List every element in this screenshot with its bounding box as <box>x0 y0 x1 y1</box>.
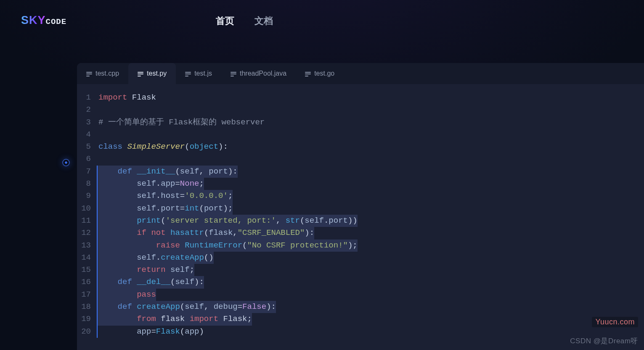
line-content: def __init__(self, port): <box>97 166 238 178</box>
line-content: if not hasattr(flask,"CSRF_ENABLED"): <box>97 227 314 239</box>
app-header: SKYCODE 首页文档 <box>0 0 644 42</box>
code-line-6[interactable]: 6 <box>77 153 644 165</box>
logo-text-code: CODE <box>46 10 67 26</box>
line-number: 9 <box>77 190 97 202</box>
line-content-wrapper: if not hasattr(flask,"CSRF_ENABLED"): <box>97 227 644 239</box>
code-line-17[interactable]: 17 pass <box>77 289 644 301</box>
file-tabs: test.cpptest.pytest.jsthreadPool.javates… <box>77 63 644 84</box>
code-line-7[interactable]: 7 def __init__(self, port): <box>77 166 644 178</box>
file-icon <box>305 71 311 76</box>
line-content: def __del__(self): <box>97 276 204 288</box>
file-tab-threadPool-java[interactable]: threadPool.java <box>221 63 296 84</box>
line-content-wrapper: def __del__(self): <box>97 276 644 288</box>
logo: SKYCODE <box>21 14 66 28</box>
line-content-wrapper: self.port=int(port); <box>97 203 644 215</box>
line-number: 10 <box>77 203 97 215</box>
line-content-wrapper <box>97 129 644 141</box>
code-line-2[interactable]: 2 <box>77 104 644 116</box>
nav-item-1[interactable]: 文档 <box>254 15 273 27</box>
line-content: self.port=int(port); <box>97 203 233 215</box>
line-content-wrapper: import Flask <box>97 92 644 104</box>
line-number: 12 <box>77 227 97 239</box>
file-icon <box>138 71 143 76</box>
line-content: self.app=None; <box>97 178 204 190</box>
line-content <box>97 153 103 165</box>
line-content-wrapper: self.host='0.0.0.0'; <box>97 190 644 202</box>
code-line-10[interactable]: 10 self.port=int(port); <box>77 203 644 215</box>
line-content: return self; <box>97 264 194 276</box>
code-line-18[interactable]: 18 def createApp(self, debug=False): <box>77 301 644 313</box>
file-tab-label: threadPool.java <box>240 70 286 77</box>
code-area[interactable]: 1import Flask2 3# 一个简单的基于 Flask框架的 webse… <box>77 84 644 338</box>
code-line-14[interactable]: 14 self.createApp() <box>77 252 644 264</box>
line-content: def createApp(self, debug=False): <box>97 301 276 313</box>
watermark-author: CSDN @是Dream呀 <box>570 336 638 346</box>
decorative-orb <box>62 159 70 166</box>
line-content-wrapper: raise RuntimeError("No CSRF protection!"… <box>97 239 644 252</box>
line-number: 17 <box>77 289 97 301</box>
code-line-3[interactable]: 3# 一个简单的基于 Flask框架的 webserver <box>77 116 644 129</box>
line-number: 18 <box>77 301 97 313</box>
code-line-20[interactable]: 20 app=Flask(app) <box>77 326 644 338</box>
line-number: 13 <box>77 239 97 252</box>
file-icon <box>231 71 236 76</box>
code-line-1[interactable]: 1import Flask <box>77 92 644 104</box>
line-content: print('server started, port:', str(self.… <box>97 215 358 227</box>
file-tab-label: test.js <box>194 70 212 77</box>
watermark-site: Yuucn.com <box>592 317 638 327</box>
file-tab-test-js[interactable]: test.js <box>176 63 221 84</box>
line-content: pass <box>97 289 156 301</box>
code-line-19[interactable]: 19 from flask import Flask; <box>77 313 644 325</box>
line-content-wrapper: class SimpleServer(object): <box>97 141 644 153</box>
line-number: 1 <box>77 92 97 104</box>
line-number: 5 <box>77 141 97 153</box>
nav-item-0[interactable]: 首页 <box>216 15 234 27</box>
code-line-13[interactable]: 13 raise RuntimeError("No CSRF protectio… <box>77 239 644 252</box>
line-content-wrapper: self.app=None; <box>97 178 644 190</box>
file-tab-test-py[interactable]: test.py <box>128 63 176 84</box>
line-content-wrapper: def createApp(self, debug=False): <box>97 301 644 313</box>
line-number: 11 <box>77 215 97 227</box>
line-content: raise RuntimeError("No CSRF protection!"… <box>97 239 358 252</box>
code-line-5[interactable]: 5class SimpleServer(object): <box>77 141 644 153</box>
line-number: 7 <box>77 166 97 178</box>
line-number: 16 <box>77 276 97 288</box>
code-line-4[interactable]: 4 <box>77 129 644 141</box>
line-number: 4 <box>77 129 97 141</box>
line-content: # 一个简单的基于 Flask框架的 webserver <box>97 116 265 129</box>
file-tab-label: test.cpp <box>95 70 119 77</box>
line-content: app=Flask(app) <box>97 326 204 338</box>
line-number: 19 <box>77 313 97 325</box>
line-content <box>97 104 103 116</box>
code-line-15[interactable]: 15 return self; <box>77 264 644 276</box>
code-line-8[interactable]: 8 self.app=None; <box>77 178 644 190</box>
code-line-11[interactable]: 11 print('server started, port:', str(se… <box>77 215 644 227</box>
line-content-wrapper <box>97 104 644 116</box>
line-content: self.host='0.0.0.0'; <box>97 190 233 202</box>
line-content-wrapper: from flask import Flask; <box>97 313 644 325</box>
line-content: from flask import Flask; <box>97 313 252 325</box>
logo-text-sky: SKY <box>21 14 46 26</box>
line-content-wrapper: self.createApp() <box>97 252 644 264</box>
line-content: class SimpleServer(object): <box>97 141 228 153</box>
line-content: self.createApp() <box>97 252 214 264</box>
file-tab-label: test.py <box>147 70 167 77</box>
line-content: import Flask <box>97 92 156 104</box>
line-content-wrapper: def __init__(self, port): <box>97 166 644 178</box>
line-content-wrapper: # 一个简单的基于 Flask框架的 webserver <box>97 116 644 129</box>
line-number: 20 <box>77 326 97 338</box>
file-tab-test-cpp[interactable]: test.cpp <box>77 63 128 84</box>
code-editor: test.cpptest.pytest.jsthreadPool.javates… <box>77 63 644 350</box>
line-content-wrapper: print('server started, port:', str(self.… <box>97 215 644 227</box>
code-line-9[interactable]: 9 self.host='0.0.0.0'; <box>77 190 644 202</box>
top-nav: 首页文档 <box>216 15 273 27</box>
line-number: 15 <box>77 264 97 276</box>
line-content-wrapper: return self; <box>97 264 644 276</box>
line-number: 6 <box>77 153 97 165</box>
line-content <box>97 129 103 141</box>
file-tab-test-go[interactable]: test.go <box>296 63 344 84</box>
line-number: 3 <box>77 116 97 129</box>
code-line-16[interactable]: 16 def __del__(self): <box>77 276 644 288</box>
code-line-12[interactable]: 12 if not hasattr(flask,"CSRF_ENABLED"): <box>77 227 644 239</box>
line-number: 8 <box>77 178 97 190</box>
